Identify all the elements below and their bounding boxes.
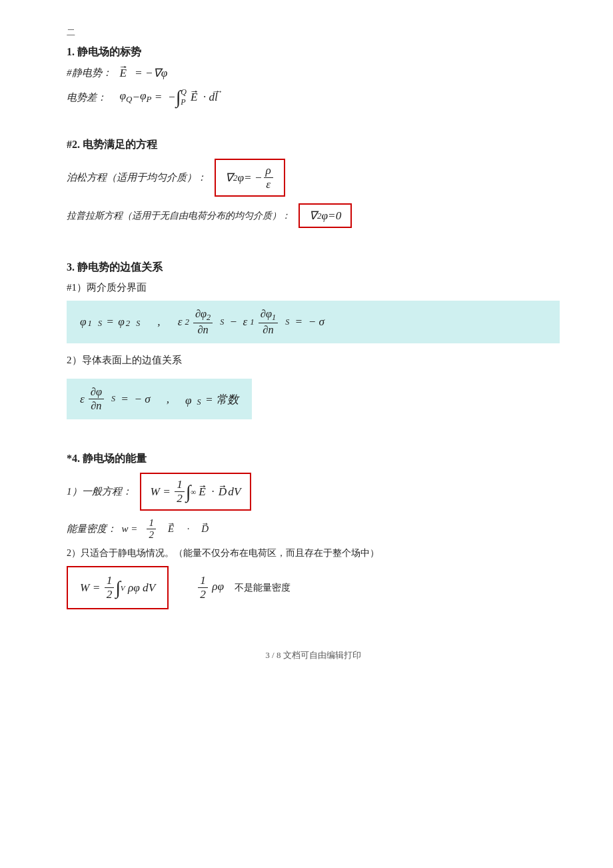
formula-poisson: 泊松方程（适用于均匀介质）： ∇2φ = − ρ ε — [67, 159, 560, 197]
section3-title: 3. 静电势的边值关系 — [67, 261, 560, 275]
energy-formula2: W = 1 2 ∫V ρφ dV 1 2 ρφ 不是能量密度 — [67, 566, 560, 609]
formula-e-nabla: #静电势： → E = −∇φ — [67, 66, 560, 80]
energy-note: 2）只适合于静电场情况。（能量不仅分布在电荷区，而且存在于整个场中） — [67, 547, 560, 559]
energy-general: 1）一般方程： W = 1 2 ∫∞ → E · → D dV — [67, 473, 560, 511]
boundary-dielectric: φ1 S = φ2 S , ε2 ∂φ2 ∂n S − ε1 ∂φ1 ∂n S … — [67, 301, 560, 343]
section-label: 二 — [67, 27, 560, 39]
subsec2-label: 2）导体表面上的边值关系 — [67, 354, 560, 367]
boundary-conductor: ε ∂φ ∂n S = −σ , φ S = 常数 — [67, 379, 252, 419]
section1-title: 1. 静电场的标势 — [67, 45, 560, 59]
subsec1-label: #1）两介质分界面 — [67, 281, 560, 294]
formula-laplace: 拉普拉斯方程（适用于无自由电荷分布的均匀介质）： ∇2φ=0 — [67, 203, 560, 228]
formula-e-label: #静电势： — [67, 67, 112, 79]
energy-density: 能量密度： w = 1 2 → E · → D — [67, 517, 560, 541]
formula-potential-diff: 电势差： φQ − φP = − ∫ Q P → E · d → l — [67, 87, 560, 108]
page-footer: 3 / 8 文档可自由编辑打印 — [67, 649, 560, 661]
section2-title: #2. 电势满足的方程 — [67, 138, 560, 152]
section4-title: *4. 静电场的能量 — [67, 452, 560, 466]
